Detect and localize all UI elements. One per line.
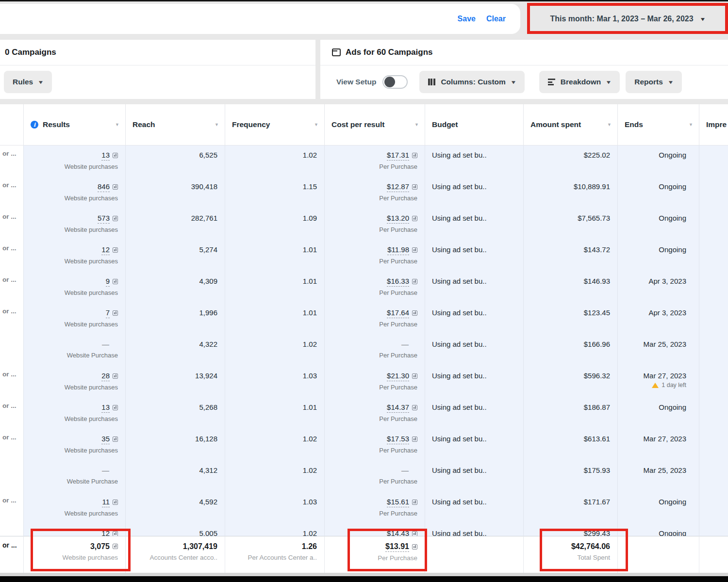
cost-per-result-value[interactable]: $11.98 — [387, 244, 409, 255]
ads-table: i Results ▼ Reach ▼ Frequency ▼ Cost per… — [0, 104, 728, 573]
results-label: Website purchases — [24, 288, 125, 298]
results-value[interactable]: 11 — [102, 497, 110, 507]
results-value[interactable]: 28 — [101, 371, 110, 381]
budget-cell: Using ad set bu.. — [425, 177, 523, 209]
view-setup-toggle[interactable] — [382, 75, 408, 89]
view-chart-icon[interactable] — [412, 310, 417, 316]
view-chart-icon[interactable] — [412, 216, 417, 221]
totals-frequency-value: 1.26 — [225, 541, 324, 551]
results-label: Website Purchase — [24, 477, 125, 486]
sort-caret-icon: ▼ — [607, 122, 612, 127]
clear-filter-button[interactable]: Clear — [486, 15, 506, 23]
view-chart-icon[interactable] — [412, 544, 417, 550]
breakdown-button[interactable]: Breakdown ▼ — [539, 71, 620, 93]
ends-cell: Ongoing — [617, 146, 699, 177]
results-value[interactable]: 12 — [101, 528, 110, 536]
header-reach[interactable]: Reach ▼ — [125, 104, 225, 146]
results-value[interactable]: 13 — [101, 402, 110, 413]
cost-per-result-value[interactable]: $13.20 — [387, 213, 409, 224]
results-value[interactable]: 9 — [106, 276, 110, 287]
view-chart-icon[interactable] — [113, 216, 118, 221]
view-chart-icon[interactable] — [113, 544, 118, 549]
reach-value: 282,761 — [126, 213, 225, 223]
campaigns-tab[interactable]: 0 Campaigns — [0, 40, 315, 65]
view-chart-icon[interactable] — [113, 247, 118, 253]
cost-per-result-value[interactable]: $14.37 — [387, 402, 409, 413]
cost-per-result-value[interactable]: $17.31 — [387, 150, 409, 161]
header-ends[interactable]: Ends ▼ — [617, 104, 699, 146]
view-chart-icon[interactable] — [412, 373, 417, 379]
view-chart-icon[interactable] — [412, 405, 417, 410]
results-value[interactable]: 846 — [98, 181, 110, 192]
view-setup-label: View Setup — [336, 78, 376, 86]
results-value[interactable]: 573 — [98, 213, 110, 224]
cost-per-result-label: Per Purchase — [325, 225, 425, 235]
date-range-selector[interactable]: This month: Mar 1, 2023 – Mar 26, 2023 ▼ — [533, 7, 722, 31]
cost-per-result-value-line: — — [325, 465, 425, 475]
cost-per-result-value[interactable]: $17.53 — [387, 434, 409, 444]
frequency-cell: 1.01 — [225, 272, 324, 303]
results-value[interactable]: 12 — [101, 244, 110, 255]
totals-cost-value[interactable]: $13.91 — [385, 541, 409, 552]
view-chart-icon[interactable] — [113, 436, 118, 442]
results-cell: 573Website purchases — [23, 209, 125, 240]
view-chart-icon[interactable] — [113, 373, 118, 379]
save-filter-button[interactable]: Save — [458, 15, 476, 23]
impressions-cell — [699, 429, 728, 461]
view-chart-icon[interactable] — [412, 279, 417, 284]
view-chart-icon[interactable] — [412, 531, 417, 536]
cost-per-result-value[interactable]: $17.64 — [387, 307, 409, 318]
totals-frequency-cell: 1.26Per Accounts Center a.. — [225, 536, 324, 573]
cost-per-result-cell: $15.61Per Purchase — [324, 492, 425, 524]
totals-reach-label: Accounts Center acco.. — [126, 553, 225, 563]
ends-value: Ongoing — [618, 150, 699, 160]
totals-reach-value: 1,307,419 — [126, 541, 225, 551]
rules-button[interactable]: Rules ▼ — [4, 71, 52, 93]
sort-caret-icon: ▼ — [314, 122, 318, 127]
totals-amount-value: $42,764.06 — [524, 541, 617, 551]
header-amount-spent[interactable]: Amount spent ▼ — [523, 104, 617, 146]
cost-per-result-value-line: $17.31 — [325, 150, 425, 161]
view-chart-icon[interactable] — [412, 184, 417, 190]
view-chart-icon[interactable] — [412, 153, 417, 158]
results-value-line: 573 — [24, 213, 125, 224]
ads-panel: Ads for 60 Campaigns View Setup Columns:… — [320, 40, 728, 99]
columns-button[interactable]: Columns: Custom ▼ — [419, 71, 524, 93]
results-value[interactable]: 7 — [106, 307, 110, 318]
results-value[interactable]: 13 — [101, 150, 110, 161]
view-chart-icon[interactable] — [412, 436, 417, 442]
horizontal-scrollbar-track[interactable] — [0, 573, 728, 576]
cost-per-result-value-line: $12.87 — [325, 181, 425, 192]
view-chart-icon[interactable] — [412, 500, 417, 505]
cost-per-result-value[interactable]: $21.30 — [387, 371, 409, 381]
ads-tab[interactable]: Ads for 60 Campaigns — [320, 40, 728, 65]
header-frequency[interactable]: Frequency ▼ — [225, 104, 324, 146]
view-chart-icon[interactable] — [113, 279, 118, 284]
view-chart-icon[interactable] — [113, 500, 118, 505]
ends-cell: Ongoing — [617, 492, 699, 524]
frequency-cell: 1.02 — [225, 335, 324, 366]
view-chart-icon[interactable] — [113, 531, 118, 536]
header-budget[interactable]: Budget — [425, 104, 523, 146]
results-value[interactable]: 35 — [101, 434, 110, 444]
view-chart-icon[interactable] — [113, 310, 118, 316]
view-chart-icon[interactable] — [113, 405, 118, 410]
results-cell: 9Website purchases — [23, 272, 125, 303]
reports-button[interactable]: Reports ▼ — [626, 71, 681, 93]
budget-cell: Using ad set bu.. — [425, 240, 523, 272]
header-cost-per-result[interactable]: Cost per result ▼ — [324, 104, 425, 146]
cost-per-result-value[interactable]: $15.61 — [387, 497, 409, 507]
view-chart-icon[interactable] — [113, 184, 118, 190]
view-chart-icon[interactable] — [113, 153, 118, 158]
results-label: Website purchases — [24, 383, 125, 392]
header-impressions[interactable]: Impre — [699, 104, 728, 146]
cost-per-result-value[interactable]: $16.33 — [387, 276, 409, 287]
header-results[interactable]: i Results ▼ — [23, 104, 125, 146]
view-chart-icon[interactable] — [412, 247, 417, 253]
amount-spent-cell: $299.43 — [523, 524, 617, 536]
reach-value: 16,128 — [126, 434, 225, 444]
cost-per-result-value[interactable]: $14.43 — [387, 528, 409, 536]
reach-value: 4,309 — [126, 276, 225, 286]
impressions-cell — [699, 461, 728, 492]
cost-per-result-value[interactable]: $12.87 — [387, 181, 409, 192]
